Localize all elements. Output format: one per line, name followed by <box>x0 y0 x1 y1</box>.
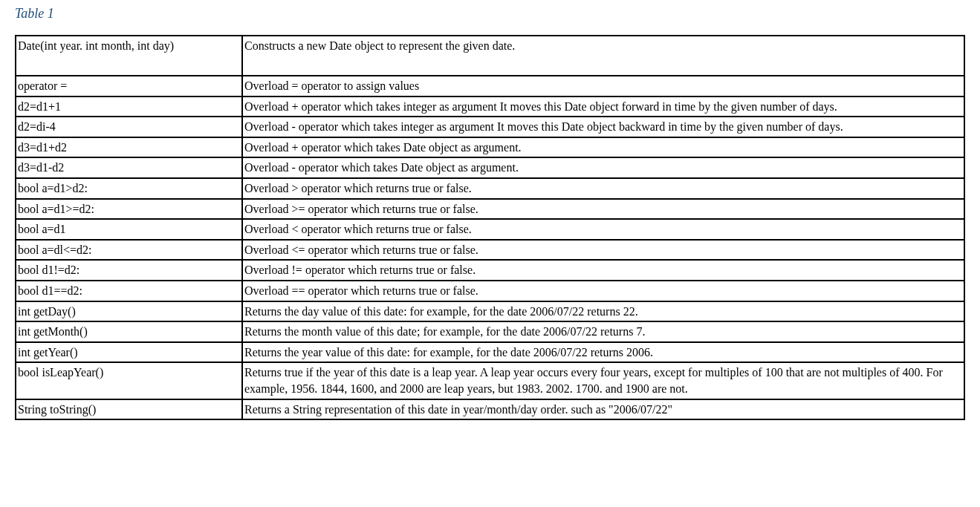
table-row: bool a=d1>=d2:Overload >= operator which… <box>16 199 964 220</box>
signature-cell: bool a=d1>=d2: <box>16 199 242 220</box>
description-cell: Overload != operator which returns true … <box>242 260 964 281</box>
signature-cell: bool a=d1 <box>16 219 242 240</box>
api-table: Date(int year. int month, int day)Constr… <box>15 35 965 420</box>
table-row: bool a=d1>d2:Overload > operator which r… <box>16 178 964 199</box>
description-cell: Overload == operator which returns true … <box>242 281 964 301</box>
description-cell: Returns the month value of this date; fo… <box>242 321 964 342</box>
table-row: bool d1!=d2:Overload != operator which r… <box>16 260 964 281</box>
table-row: Date(int year. int month, int day)Constr… <box>16 36 964 76</box>
signature-cell: bool d1!=d2: <box>16 260 242 281</box>
description-cell: Overload - operator which takes Date obj… <box>242 157 964 178</box>
description-cell: Overload >= operator which returns true … <box>242 199 964 220</box>
signature-cell: d2=di-4 <box>16 117 242 137</box>
signature-cell: int getMonth() <box>16 321 242 342</box>
description-cell: Overload < operator which returns true o… <box>242 219 964 240</box>
description-cell: Overload > operator which returns true o… <box>242 178 964 199</box>
signature-cell: bool a=d1>d2: <box>16 178 242 199</box>
description-cell: Overload - operator which takes integer … <box>242 117 964 137</box>
table-row: d3=d1-d2Overload - operator which takes … <box>16 157 964 178</box>
api-table-body: Date(int year. int month, int day)Constr… <box>16 36 964 419</box>
table-row: bool isLeapYear()Returns true if the yea… <box>16 362 964 399</box>
table-title: Table 1 <box>15 6 965 22</box>
description-cell: Overload + operator which takes integer … <box>242 97 964 117</box>
signature-cell: d2=d1+1 <box>16 97 242 117</box>
signature-cell: String toString() <box>16 399 242 420</box>
description-cell: Returns the year value of this date: for… <box>242 342 964 363</box>
page: Table 1 Date(int year. int month, int da… <box>0 0 980 435</box>
description-cell: Overload = operator to assign values <box>242 76 964 97</box>
description-cell: Overload <= operator which returns true … <box>242 240 964 261</box>
description-cell: Returns a String representation of this … <box>242 399 964 420</box>
table-row: int getYear()Returns the year value of t… <box>16 342 964 363</box>
table-row: bool a=d1Overload < operator which retur… <box>16 219 964 240</box>
description-cell: Returns true if the year of this date is… <box>242 362 964 399</box>
description-cell: Constructs a new Date object to represen… <box>242 36 964 76</box>
signature-cell: int getDay() <box>16 301 242 322</box>
signature-cell: bool a=dl<=d2: <box>16 240 242 261</box>
signature-cell: int getYear() <box>16 342 242 363</box>
table-row: bool d1==d2:Overload == operator which r… <box>16 281 964 301</box>
table-row: String toString()Returns a String repres… <box>16 399 964 420</box>
signature-cell: Date(int year. int month, int day) <box>16 36 242 76</box>
signature-cell: bool isLeapYear() <box>16 362 242 399</box>
table-row: d2=di-4Overload - operator which takes i… <box>16 117 964 137</box>
table-row: bool a=dl<=d2:Overload <= operator which… <box>16 240 964 261</box>
signature-cell: bool d1==d2: <box>16 281 242 301</box>
table-row: int getMonth()Returns the month value of… <box>16 321 964 342</box>
table-row: int getDay()Returns the day value of thi… <box>16 301 964 322</box>
signature-cell: d3=d1+d2 <box>16 137 242 158</box>
table-row: d2=d1+1Overload + operator which takes i… <box>16 97 964 117</box>
table-row: d3=d1+d2Overload + operator which takes … <box>16 137 964 158</box>
description-cell: Overload + operator which takes Date obj… <box>242 137 964 158</box>
table-row: operator =Overload = operator to assign … <box>16 76 964 97</box>
signature-cell: d3=d1-d2 <box>16 157 242 178</box>
description-cell: Returns the day value of this date: for … <box>242 301 964 322</box>
signature-cell: operator = <box>16 76 242 97</box>
